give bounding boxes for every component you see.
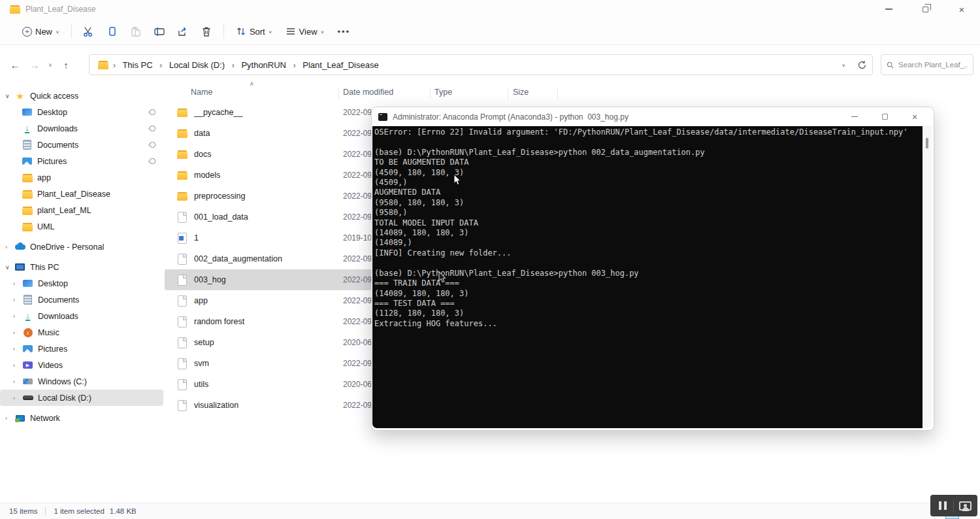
breadcrumb-item[interactable]: Local Disk (D:) (169, 60, 225, 70)
expander-icon[interactable]: ∨ (5, 264, 14, 271)
sidebar-item[interactable]: plant_Leaf_ML (0, 202, 165, 218)
webcam-icon[interactable] (959, 501, 972, 511)
breadcrumb-item[interactable]: Plant_Leaf_Disease (302, 60, 378, 70)
expander-icon[interactable]: › (13, 395, 22, 401)
sidebar-item[interactable]: › Local Disk (D:) (0, 390, 163, 406)
expander-icon[interactable]: › (5, 244, 14, 250)
file-file-icon (176, 295, 188, 306)
breadcrumb-item[interactable]: PythonRUN (241, 60, 286, 70)
search-input[interactable] (898, 61, 968, 69)
sort-ascending-icon: ∧ (250, 80, 254, 87)
expander-icon[interactable]: › (13, 346, 22, 352)
column-header-size[interactable]: Size (513, 88, 529, 97)
column-divider[interactable] (430, 87, 431, 99)
expander-icon[interactable]: › (5, 415, 14, 422)
navigation-pane: ∨ Quick access Desktop Downloads Documen… (0, 84, 165, 503)
sidebar-item[interactable]: Desktop (0, 104, 165, 120)
sidebar-item[interactable]: › OneDrive - Personal (0, 239, 165, 255)
file-file-icon (176, 400, 188, 410)
column-header-date-modified[interactable]: Date modified (343, 88, 393, 97)
terminal-close-button[interactable]: × (900, 107, 930, 126)
column-divider[interactable] (508, 87, 508, 99)
expander-icon[interactable]: › (13, 297, 22, 303)
screen-recorder-overlay[interactable] (930, 495, 977, 516)
sidebar-item[interactable]: ∨ Quick access (0, 88, 165, 104)
column-divider[interactable] (338, 87, 339, 99)
expander-icon[interactable]: › (13, 313, 22, 320)
share-button[interactable] (171, 21, 195, 42)
folder-icon (22, 173, 33, 183)
pictures-icon (22, 156, 33, 167)
refresh-icon[interactable] (857, 60, 867, 70)
close-icon: × (959, 5, 965, 14)
close-button[interactable]: × (943, 0, 980, 18)
file-date-modified: 2020-06 (343, 380, 372, 389)
terminal-scrollbar[interactable] (923, 126, 932, 428)
terminal-output-line: Extracting HOG features... (374, 319, 923, 329)
copy-button[interactable] (101, 21, 124, 42)
sidebar-item[interactable]: › Windows (C:) (0, 373, 165, 390)
file-file-icon (176, 275, 188, 285)
sidebar-item[interactable]: Documents (0, 137, 165, 153)
sidebar-item[interactable]: › Pictures (0, 341, 165, 357)
address-bar[interactable]: › This PC › Local Disk (D:) › PythonRUN … (89, 54, 873, 75)
folder-file-icon (176, 128, 188, 139)
delete-button[interactable] (195, 21, 218, 42)
sidebar-item[interactable]: UML (0, 218, 165, 235)
sidebar-item[interactable]: Downloads (0, 120, 165, 137)
sidebar-item[interactable]: › Music (0, 324, 165, 341)
column-divider[interactable] (557, 87, 558, 99)
expander-icon[interactable]: › (13, 329, 22, 336)
search-box[interactable] (881, 54, 973, 75)
terminal-body[interactable]: OSError: [Errno 22] Invalid argument: 'F… (372, 126, 923, 428)
sidebar-item[interactable]: › Network (0, 410, 165, 426)
breadcrumb: › This PC › Local Disk (D:) › PythonRUN … (108, 60, 379, 70)
terminal-output-line: (1128, 180, 180, 3) (374, 309, 923, 318)
rename-button[interactable] (148, 21, 171, 42)
breadcrumb-chevron-icon: › (113, 61, 116, 70)
console-icon (378, 113, 387, 121)
recent-locations-button[interactable]: ∨ (44, 55, 56, 75)
up-button[interactable]: ↑ (56, 55, 76, 75)
forward-button[interactable]: → (25, 55, 44, 75)
view-button[interactable]: View ∨ (279, 26, 331, 37)
paste-icon (130, 26, 141, 37)
sidebar-item[interactable]: app (0, 169, 165, 186)
sidebar-item[interactable]: Pictures (0, 153, 165, 169)
expander-icon[interactable]: › (13, 362, 22, 369)
file-date-modified: 2019-10 (343, 233, 372, 243)
scrollbar-thumb[interactable] (926, 138, 928, 148)
terminal-minimize-button[interactable] (840, 107, 870, 126)
sidebar-item[interactable]: › Documents (0, 292, 165, 308)
column-header-name[interactable]: Name (191, 88, 212, 97)
restore-button[interactable] (907, 0, 943, 18)
pause-icon[interactable] (939, 501, 947, 510)
paste-button[interactable] (124, 21, 148, 42)
explorer-titlebar: Plant_Leaf_Disease × (0, 0, 980, 18)
breadcrumb-item[interactable]: This PC (122, 60, 152, 70)
new-button[interactable]: + New ∨ (16, 27, 66, 37)
terminal-maximize-button[interactable] (870, 107, 900, 126)
folder-icon (22, 222, 33, 232)
expander-icon[interactable]: ∨ (5, 93, 14, 99)
sidebar-item[interactable]: › Desktop (0, 275, 165, 292)
sidebar-item[interactable]: ∨ This PC (0, 259, 165, 275)
back-button[interactable]: ← (5, 55, 25, 75)
file-name: __pycache__ (194, 108, 242, 117)
address-dropdown-icon[interactable]: ∨ (841, 62, 845, 67)
sort-button[interactable]: Sort ∨ (229, 26, 279, 37)
expander-icon[interactable]: › (13, 378, 22, 385)
sidebar-item[interactable]: › Downloads (0, 308, 165, 324)
minimize-button[interactable] (870, 0, 907, 18)
chevron-down-icon: ∨ (48, 62, 52, 68)
anaconda-prompt-window[interactable]: Administrator: Anaconda Prompt (Anaconda… (371, 107, 934, 431)
sidebar-item[interactable]: › Videos (0, 357, 165, 373)
column-header-type[interactable]: Type (434, 88, 452, 97)
file-date-modified: 2022-09 (343, 212, 372, 222)
expander-icon[interactable]: › (13, 280, 22, 287)
sidebar-item[interactable]: Plant_Leaf_Disease (0, 186, 165, 202)
terminal-titlebar[interactable]: Administrator: Anaconda Prompt (Anaconda… (372, 107, 934, 126)
cut-button[interactable] (77, 21, 101, 42)
more-button[interactable]: ••• (331, 27, 357, 37)
file-file-icon (176, 316, 188, 327)
